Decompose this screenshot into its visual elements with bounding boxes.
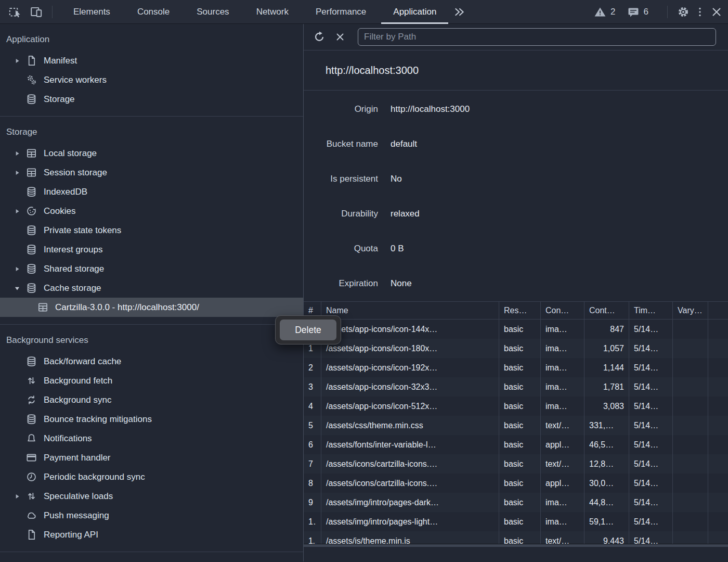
sidebar-item-private-state-tokens[interactable]: Private state tokens: [0, 221, 303, 240]
table-row[interactable]: 1/assets/app-icons/icon-180x…basicima…1,…: [304, 339, 728, 358]
table-row[interactable]: 6/assets/fonts/inter-variable-l…basicapp…: [304, 435, 728, 454]
table-cell[interactable]: [673, 435, 708, 454]
table-cell[interactable]: basic: [499, 454, 541, 474]
table-cell[interactable]: /assets/app-icons/icon-144x…: [321, 320, 499, 339]
table-cell[interactable]: [673, 339, 708, 358]
table-row[interactable]: 4/assets/app-icons/icon-512x…basicima…3,…: [304, 397, 728, 416]
inspect-element-icon[interactable]: [6, 4, 23, 20]
sidebar-item-cookies[interactable]: Cookies: [0, 201, 303, 221]
table-cell[interactable]: text/…: [541, 416, 584, 435]
tab-application[interactable]: Application: [380, 0, 450, 24]
sidebar-item-service-workers[interactable]: Service workers: [0, 70, 303, 90]
tab-sources[interactable]: Sources: [183, 0, 242, 24]
table-cell[interactable]: /assets/app-icons/icon-180x…: [321, 339, 499, 358]
chevron-right-icon[interactable]: [14, 493, 25, 500]
tab-performance[interactable]: Performance: [302, 0, 380, 24]
table-cell[interactable]: [673, 397, 708, 416]
kebab-menu-icon[interactable]: [692, 4, 708, 20]
sidebar-item-interest-groups[interactable]: Interest groups: [0, 240, 303, 259]
sidebar-item-storage[interactable]: Storage: [0, 90, 303, 109]
table-row[interactable]: 11/assets/js/theme.min.jsbasictext/…9,44…: [304, 531, 728, 544]
table-cell[interactable]: 11: [304, 531, 321, 544]
table-cell[interactable]: 8: [304, 474, 321, 493]
close-icon[interactable]: [708, 4, 725, 20]
table-cell[interactable]: basic: [499, 512, 541, 531]
tab-console[interactable]: Console: [124, 0, 183, 24]
sidebar-item-background-sync[interactable]: Background sync: [0, 390, 303, 410]
table-cell[interactable]: 5/14…: [629, 397, 673, 416]
table-cell[interactable]: /assets/js/theme.min.js: [321, 531, 499, 544]
table-cell[interactable]: ima…: [541, 320, 584, 339]
table-cell[interactable]: 1,781: [584, 377, 629, 397]
sidebar-item-background-fetch[interactable]: Background fetch: [0, 371, 303, 390]
sidebar-item-local-storage[interactable]: Local storage: [0, 144, 303, 163]
table-cell[interactable]: 1,057: [584, 339, 629, 358]
more-tabs-icon[interactable]: [451, 4, 467, 20]
column-header-cont[interactable]: Cont…: [584, 302, 629, 319]
table-cell[interactable]: text/…: [541, 531, 584, 544]
table-cell[interactable]: 9: [304, 493, 321, 512]
table-cell[interactable]: 5/14…: [629, 320, 673, 339]
table-cell[interactable]: /assets/icons/cartzilla-icons.…: [321, 454, 499, 474]
table-cell[interactable]: 5/14…: [629, 454, 673, 474]
table-row[interactable]: 3/assets/app-icons/icon-32x3…basicima…1,…: [304, 377, 728, 397]
sidebar-item-cartzilla-3-0-0-http-localhost-3000[interactable]: Cartzilla-3.0.0 - http://localhost:3000/: [0, 298, 303, 317]
table-cell[interactable]: basic: [499, 397, 541, 416]
sidebar-item-reporting-api[interactable]: Reporting API: [0, 525, 303, 544]
table-cell[interactable]: /assets/fonts/inter-variable-l…: [321, 435, 499, 454]
table-cell[interactable]: ima…: [541, 493, 584, 512]
table-row[interactable]: 1…/assets/img/intro/pages-light…basicima…: [304, 512, 728, 531]
table-cell[interactable]: ima…: [541, 512, 584, 531]
sidebar-item-periodic-background-sync[interactable]: Periodic background sync: [0, 467, 303, 487]
clear-icon[interactable]: [332, 29, 348, 45]
table-cell[interactable]: basic: [499, 435, 541, 454]
table-cell[interactable]: /assets/app-icons/icon-192x…: [321, 358, 499, 377]
tab-network[interactable]: Network: [243, 0, 302, 24]
table-cell[interactable]: [673, 416, 708, 435]
table-cell[interactable]: [673, 474, 708, 493]
table-cell[interactable]: appl…: [541, 474, 584, 493]
context-menu-item-delete[interactable]: Delete: [280, 320, 336, 340]
table-cell[interactable]: ima…: [541, 358, 584, 377]
table-cell[interactable]: [673, 454, 708, 474]
chevron-down-icon[interactable]: [14, 285, 25, 292]
sidebar-item-bounce-tracking-mitigations[interactable]: Bounce tracking mitigations: [0, 410, 303, 429]
table-cell[interactable]: 3: [304, 377, 321, 397]
table-cell[interactable]: basic: [499, 416, 541, 435]
table-cell[interactable]: basic: [499, 320, 541, 339]
sidebar-item-indexeddb[interactable]: IndexedDB: [0, 182, 303, 201]
table-cell[interactable]: 30,0…: [584, 474, 629, 493]
warnings-badge[interactable]: 2: [594, 6, 615, 18]
table-cell[interactable]: 5/14…: [629, 339, 673, 358]
table-cell[interactable]: [673, 493, 708, 512]
table-cell[interactable]: [673, 358, 708, 377]
chevron-right-icon[interactable]: [14, 208, 25, 215]
table-cell[interactable]: /assets/img/intro/pages-light…: [321, 512, 499, 531]
table-cell[interactable]: 5/14…: [629, 474, 673, 493]
table-cell[interactable]: basic: [499, 493, 541, 512]
console-messages-badge[interactable]: 6: [627, 6, 648, 18]
column-header-vary[interactable]: Vary…: [673, 302, 708, 319]
table-cell[interactable]: 5/14…: [629, 493, 673, 512]
column-header-tim[interactable]: Tim…: [629, 302, 673, 319]
sidebar-item-payment-handler[interactable]: Payment handler: [0, 448, 303, 467]
sidebar-item-manifest[interactable]: Manifest: [0, 51, 303, 70]
table-cell[interactable]: basic: [499, 474, 541, 493]
table-cell[interactable]: /assets/app-icons/icon-512x…: [321, 397, 499, 416]
table-cell[interactable]: 59,1…: [584, 512, 629, 531]
column-header-con[interactable]: Con…: [541, 302, 584, 319]
settings-gear-icon[interactable]: [675, 4, 692, 20]
sidebar-item-session-storage[interactable]: Session storage: [0, 163, 303, 182]
table-cell[interactable]: ima…: [541, 397, 584, 416]
table-cell[interactable]: /assets/app-icons/icon-32x3…: [321, 377, 499, 397]
refresh-icon[interactable]: [311, 29, 328, 45]
table-cell[interactable]: 12,8…: [584, 454, 629, 474]
table-cell[interactable]: 847: [584, 320, 629, 339]
table-cell[interactable]: 9,443: [584, 531, 629, 544]
sidebar-item-back-forward-cache[interactable]: Back/forward cache: [0, 352, 303, 371]
table-cell[interactable]: basic: [499, 377, 541, 397]
table-cell[interactable]: 1,144: [584, 358, 629, 377]
table-cell[interactable]: 3,083: [584, 397, 629, 416]
chevron-right-icon[interactable]: [14, 57, 25, 65]
table-cell[interactable]: ima…: [541, 377, 584, 397]
